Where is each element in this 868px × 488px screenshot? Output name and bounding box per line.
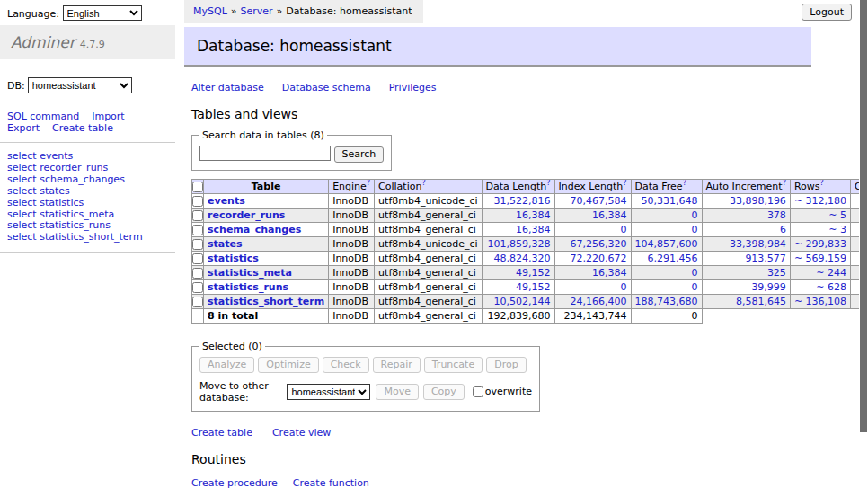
sidebar-link-create-table[interactable]: Create table [52, 122, 113, 134]
table-name-link[interactable]: statistics [208, 253, 259, 264]
rows-link[interactable]: ~ 628 [816, 281, 846, 293]
breadcrumb-server-link[interactable]: Server [241, 5, 273, 17]
index_length-link[interactable]: 70,467,584 [571, 195, 627, 207]
row-checkbox[interactable] [192, 196, 203, 207]
table-name-link[interactable]: events [208, 195, 245, 207]
search-input[interactable] [199, 146, 331, 161]
index_length-link[interactable]: 24,166,400 [571, 296, 627, 307]
sidebar-select-link[interactable]: select recorder_runs [7, 162, 108, 173]
language-select[interactable]: English [63, 5, 142, 21]
copy-button[interactable]: Copy [423, 384, 465, 400]
data_length-link[interactable]: 48,824,320 [494, 253, 551, 264]
data_length-link[interactable]: 16,384 [516, 209, 551, 221]
check-button[interactable]: Check [323, 357, 369, 373]
row-checkbox[interactable] [192, 225, 203, 235]
analyze-button[interactable]: Analyze [199, 357, 254, 373]
move-button[interactable]: Move [376, 384, 419, 400]
drop-button[interactable]: Drop [486, 357, 526, 373]
data_free-link[interactable]: 0 [692, 224, 698, 235]
auto_increment-link[interactable]: 6 [780, 224, 786, 235]
table-name-link[interactable]: statistics_meta [208, 267, 292, 279]
data_length-link[interactable]: 31,522,816 [494, 195, 551, 207]
row-checkbox[interactable] [192, 282, 203, 293]
help-link[interactable]: ? [783, 179, 786, 187]
sidebar-select-link[interactable]: select statistics_short_term [7, 231, 143, 243]
row-checkbox[interactable] [192, 297, 203, 307]
auto_increment-link[interactable]: 39,999 [751, 281, 786, 293]
row-checkbox[interactable] [192, 268, 203, 279]
data_free-link[interactable]: 104,857,600 [635, 238, 698, 250]
search-button[interactable]: Search [334, 146, 385, 163]
sidebar-link-export[interactable]: Export [7, 122, 40, 134]
rows-link[interactable]: ~ 569,159 [794, 253, 846, 264]
create-table-link[interactable]: Create table [191, 427, 252, 439]
data_length-link[interactable]: 16,384 [516, 224, 551, 235]
data_free-link[interactable]: 0 [692, 281, 698, 293]
rows-link[interactable]: ~ 244 [816, 267, 846, 279]
auto_increment-link[interactable]: 33,398,984 [730, 238, 786, 250]
rows-link[interactable]: ~ 312,180 [794, 195, 846, 207]
row-checkbox[interactable] [192, 253, 203, 264]
data_length-link[interactable]: 49,152 [516, 267, 551, 279]
db-select[interactable]: homeassistant [28, 77, 132, 93]
repair-button[interactable]: Repair [373, 357, 421, 373]
sidebar-link-import[interactable]: Import [92, 111, 125, 122]
rows-link[interactable]: ~ 3 [828, 224, 846, 235]
data_length-link[interactable]: 49,152 [516, 281, 551, 293]
rows-link[interactable]: ~ 136,108 [794, 296, 846, 307]
database-schema-link[interactable]: Database schema [282, 82, 371, 93]
data_free-link[interactable]: 50,331,648 [642, 195, 698, 207]
sidebar-select-link[interactable]: select statistics [7, 197, 84, 209]
data_length-link[interactable]: 10,502,144 [494, 296, 551, 307]
data_free-link[interactable]: 0 [692, 267, 698, 279]
help-link[interactable]: ? [623, 179, 626, 187]
auto_increment-link[interactable]: 913,577 [745, 253, 786, 264]
create-function-link[interactable]: Create function [293, 477, 369, 488]
table-name-link[interactable]: statistics_runs [208, 281, 288, 293]
index_length-link[interactable]: 0 [621, 224, 627, 235]
help-link[interactable]: ? [819, 179, 823, 187]
sidebar-select-link[interactable]: select statistics_runs [7, 219, 111, 231]
select-all-checkbox[interactable] [192, 182, 203, 192]
privileges-link[interactable]: Privileges [389, 82, 437, 93]
index_length-link[interactable]: 67,256,320 [571, 238, 627, 250]
row-checkbox[interactable] [192, 210, 203, 221]
table-name-link[interactable]: statistics_short_term [208, 296, 324, 307]
help-link[interactable]: ? [683, 179, 686, 187]
optimize-button[interactable]: Optimize [258, 357, 318, 373]
index_length-link[interactable]: 0 [621, 281, 627, 293]
help-link[interactable]: ? [421, 179, 425, 187]
sidebar-select-link[interactable]: select events [7, 150, 73, 162]
overwrite-checkbox[interactable] [473, 386, 483, 397]
auto_increment-link[interactable]: 33,898,196 [730, 195, 786, 207]
create-procedure-link[interactable]: Create procedure [191, 477, 278, 488]
table-name-link[interactable]: states [208, 238, 243, 250]
alter-database-link[interactable]: Alter database [191, 82, 264, 93]
data_free-link[interactable]: 0 [692, 209, 698, 221]
auto_increment-link[interactable]: 378 [767, 209, 786, 221]
scrollbar-thumb[interactable] [860, 0, 867, 432]
truncate-button[interactable]: Truncate [424, 357, 483, 373]
sidebar-select-link[interactable]: select schema_changes [7, 173, 125, 185]
sidebar-select-link[interactable]: select states [7, 185, 70, 197]
data_free-link[interactable]: 6,291,456 [648, 253, 698, 264]
logout-button[interactable]: Logout [802, 4, 852, 21]
create-view-link[interactable]: Create view [272, 427, 331, 439]
data_free-link[interactable]: 188,743,680 [635, 296, 698, 307]
sidebar-link-sql-command[interactable]: SQL command [7, 111, 79, 122]
auto_increment-link[interactable]: 325 [767, 267, 786, 279]
breadcrumb-mysql-link[interactable]: MySQL [193, 5, 227, 17]
row-checkbox[interactable] [192, 239, 203, 250]
index_length-link[interactable]: 16,384 [592, 209, 627, 221]
rows-link[interactable]: ~ 299,833 [794, 238, 846, 250]
sidebar-select-link[interactable]: select statistics_meta [7, 209, 114, 220]
adminer-logo-link[interactable]: Adminer [11, 33, 75, 51]
data_length-link[interactable]: 101,859,328 [488, 238, 551, 250]
index_length-link[interactable]: 16,384 [592, 267, 627, 279]
table-name-link[interactable]: schema_changes [208, 224, 301, 235]
auto_increment-link[interactable]: 8,581,645 [736, 296, 786, 307]
table-name-link[interactable]: recorder_runs [208, 209, 285, 221]
help-link[interactable]: ? [546, 179, 550, 187]
index_length-link[interactable]: 72,220,672 [571, 253, 627, 264]
help-link[interactable]: ? [367, 179, 370, 187]
